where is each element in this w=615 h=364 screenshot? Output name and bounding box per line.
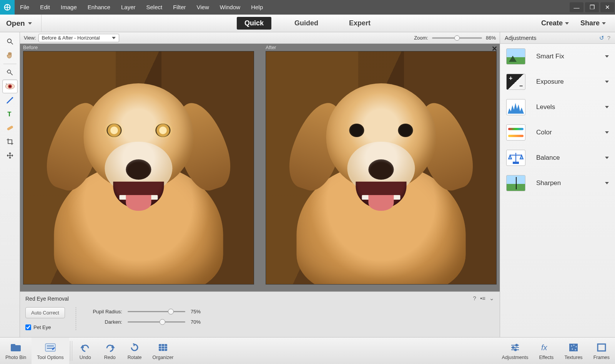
adjustment-label: Exposure — [536, 78, 564, 86]
bottombar-rotate[interactable]: Rotate — [122, 338, 147, 364]
whiten-teeth-tool[interactable] — [2, 93, 18, 107]
bottombar-tool-options[interactable]: Tool Options — [32, 338, 69, 364]
zoom-label: Zoom: — [414, 35, 428, 41]
app-logo — [0, 0, 15, 15]
adjustment-label: Balance — [536, 154, 560, 162]
create-button[interactable]: Create — [541, 19, 569, 27]
chevron-down-icon — [605, 106, 609, 108]
menu-layer[interactable]: Layer — [116, 0, 141, 15]
slider-pupil-radius-: Pupil Radius:75% — [88, 309, 201, 314]
svg-point-9 — [9, 86, 11, 87]
adjustments-panel: Adjustments ↺ ? Smart FixExposureLevelsC… — [500, 32, 615, 337]
help-icon[interactable]: ? — [473, 295, 476, 302]
bottombar-effects[interactable]: fxEffects — [534, 342, 559, 360]
menu-file[interactable]: File — [15, 0, 35, 15]
bottombar-adjustments[interactable]: Adjustments — [497, 342, 534, 360]
svg-rect-24 — [159, 344, 167, 351]
adjustment-sharpen[interactable]: Sharpen — [500, 170, 615, 196]
bottombar-redo[interactable]: Redo — [98, 338, 122, 364]
workspace: View: Before & After - Horizontal Zoom: … — [20, 32, 500, 337]
menu-filter[interactable]: Filter — [168, 0, 191, 15]
chevron-down-icon — [605, 157, 609, 159]
svg-rect-17 — [513, 162, 519, 164]
adjustment-smart-fix[interactable]: Smart Fix — [500, 44, 615, 69]
create-label: Create — [541, 19, 563, 27]
rotate-icon — [128, 342, 141, 353]
bottombar-label: Undo — [80, 355, 91, 360]
chevron-down-icon — [605, 131, 609, 134]
adjustment-exposure[interactable]: Exposure — [500, 69, 615, 94]
view-bar: View: Before & After - Horizontal Zoom: … — [20, 32, 500, 44]
quick-select-tool[interactable] — [2, 66, 18, 79]
slider-value: 75% — [191, 309, 201, 314]
menu-view[interactable]: View — [191, 0, 214, 15]
bandaid-icon — [6, 124, 14, 132]
pet-eye-checkbox[interactable]: Pet Eye — [25, 324, 65, 330]
slider-track[interactable] — [128, 321, 185, 323]
type-tool[interactable]: T — [2, 107, 18, 121]
slider-track[interactable] — [128, 311, 185, 312]
bottombar-undo[interactable]: Undo — [73, 338, 98, 364]
after-image[interactable] — [266, 51, 497, 285]
chevron-down-icon — [605, 55, 609, 58]
bottombar-label: Redo — [104, 355, 116, 360]
view-dropdown[interactable]: Before & After - Horizontal — [38, 34, 119, 42]
maximize-button[interactable]: ❐ — [585, 2, 599, 12]
menu-edit[interactable]: Edit — [35, 0, 55, 15]
bottombar-label: Adjustments — [502, 355, 529, 360]
adjustment-label: Color — [536, 129, 552, 136]
menu-enhance[interactable]: Enhance — [82, 0, 116, 15]
minimize-button[interactable]: — — [570, 2, 583, 12]
tool-options-title: Red Eye Removal — [25, 296, 494, 302]
magnifier-icon — [6, 38, 14, 45]
pet-eye-label: Pet Eye — [33, 324, 51, 330]
svg-point-1 — [7, 39, 11, 43]
auto-correct-button[interactable]: Auto Correct — [25, 307, 65, 318]
mode-tab-guided[interactable]: Guided — [287, 17, 326, 30]
bottombar-label: Frames — [593, 355, 610, 360]
adjustments-title: Adjustments — [505, 35, 537, 41]
svg-point-34 — [515, 349, 517, 351]
menu-image[interactable]: Image — [55, 0, 82, 15]
hand-tool[interactable] — [2, 48, 18, 62]
folder-icon — [9, 342, 23, 353]
text-icon: T — [6, 110, 14, 118]
bottombar-photo-bin[interactable]: Photo Bin — [0, 338, 32, 364]
spot-heal-tool[interactable] — [2, 121, 18, 135]
adjustment-color[interactable]: Color — [500, 120, 615, 145]
panel-menu-icon[interactable]: ▪≡ — [480, 295, 485, 302]
redeye-icon: + — [5, 83, 15, 90]
move-tool[interactable] — [2, 149, 18, 162]
bottombar-organizer[interactable]: Organizer — [147, 338, 179, 364]
organizer-icon — [156, 342, 170, 353]
zoom-slider[interactable] — [432, 37, 482, 39]
before-image[interactable] — [23, 51, 254, 285]
svg-rect-14 — [7, 125, 13, 131]
redeye-tool[interactable]: + — [2, 79, 18, 93]
menu-window[interactable]: Window — [214, 0, 246, 15]
bottombar-label: Organizer — [153, 355, 174, 360]
menu-help[interactable]: Help — [246, 0, 268, 15]
bottombar-textures[interactable]: Textures — [559, 342, 588, 360]
menubar: FileEditImageEnhanceLayerSelectFilterVie… — [0, 0, 615, 15]
adjustment-balance[interactable]: Balance — [500, 145, 615, 170]
mode-tab-expert[interactable]: Expert — [341, 17, 378, 30]
svg-point-3 — [7, 70, 10, 73]
zoom-tool[interactable] — [2, 35, 18, 48]
magicwand-icon — [6, 69, 14, 76]
help-icon[interactable]: ? — [607, 35, 610, 41]
tooloptions-icon — [43, 342, 57, 353]
open-button[interactable]: Open — [0, 15, 42, 32]
collapse-icon[interactable]: ⌄ — [489, 295, 494, 302]
reset-icon[interactable]: ↺ — [599, 35, 604, 41]
undo-icon — [78, 342, 92, 353]
crop-tool[interactable] — [2, 135, 18, 149]
chevron-down-icon — [565, 22, 569, 25]
close-button[interactable]: ✕ — [600, 2, 614, 12]
bottombar-frames[interactable]: Frames — [588, 342, 615, 360]
mode-tab-quick[interactable]: Quick — [237, 17, 271, 30]
menu-select[interactable]: Select — [141, 0, 168, 15]
share-button[interactable]: Share — [580, 19, 606, 27]
bottombar-label: Effects — [539, 355, 554, 360]
adjustment-levels[interactable]: Levels — [500, 94, 615, 120]
